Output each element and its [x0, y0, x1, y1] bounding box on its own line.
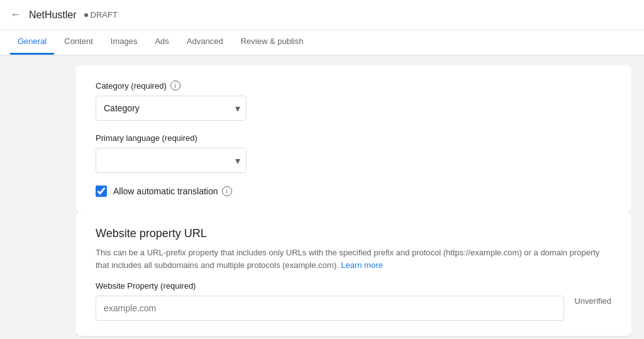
category-info-icon[interactable]: i	[170, 81, 180, 91]
category-field-group: Category (required) i Category ▾	[96, 81, 611, 121]
general-settings-card: Category (required) i Category ▾ Primary…	[75, 65, 631, 212]
language-field-group: Primary language (required) ▾	[96, 133, 611, 173]
website-property-title: Website property URL	[96, 227, 611, 240]
translation-checkbox-row: Allow automatic translation i	[96, 186, 611, 197]
draft-label: DRAFT	[91, 10, 118, 19]
property-row: Website Property (required) Unverified	[96, 281, 611, 321]
sidebar-spacer	[13, 65, 75, 336]
language-label: Primary language (required)	[96, 133, 611, 143]
language-select[interactable]	[96, 148, 247, 173]
draft-status: DRAFT	[84, 10, 118, 19]
tab-images[interactable]: Images	[103, 30, 145, 55]
app-title: NetHustler	[29, 9, 77, 21]
category-label: Category (required) i	[96, 81, 611, 91]
website-property-card: Website property URL This can be a URL-p…	[75, 212, 631, 336]
back-icon: ←	[10, 8, 21, 21]
tab-content[interactable]: Content	[57, 30, 101, 55]
language-select-wrapper: ▾	[96, 148, 247, 173]
layout: Category (required) i Category ▾ Primary…	[13, 65, 631, 336]
tab-review-publish[interactable]: Review & publish	[233, 30, 311, 55]
back-button[interactable]: ←	[10, 8, 21, 21]
nav-tabs: General Content Images Ads Advanced Revi…	[0, 30, 644, 55]
category-select-wrapper: Category ▾	[96, 96, 247, 121]
category-select[interactable]: Category	[96, 96, 247, 121]
main-content: Category (required) i Category ▾ Primary…	[0, 55, 644, 339]
translation-info-icon[interactable]: i	[222, 186, 232, 196]
property-field-group: Website Property (required)	[96, 281, 564, 321]
content-area: Category (required) i Category ▾ Primary…	[75, 65, 631, 336]
website-property-description: This can be a URL-prefix property that i…	[96, 247, 611, 271]
property-field-label: Website Property (required)	[96, 281, 564, 291]
tab-general[interactable]: General	[10, 30, 54, 55]
property-status: Unverified	[574, 281, 611, 306]
translation-label: Allow automatic translation i	[113, 186, 232, 196]
tab-ads[interactable]: Ads	[147, 30, 176, 55]
translation-checkbox[interactable]	[96, 186, 107, 197]
learn-more-link[interactable]: Learn more	[341, 260, 382, 270]
app-header: ← NetHustler DRAFT	[0, 0, 644, 30]
tab-advanced[interactable]: Advanced	[179, 30, 231, 55]
property-url-input[interactable]	[96, 296, 564, 321]
draft-dot	[84, 13, 88, 17]
